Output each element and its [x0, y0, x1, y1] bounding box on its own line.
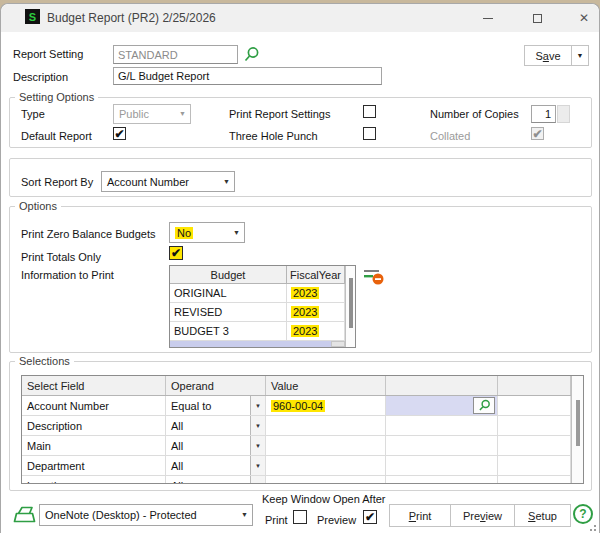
sort-report-by-dropdown[interactable]: Account Number▼: [101, 171, 235, 192]
list-remove-icon: [363, 267, 387, 287]
close-button[interactable]: ✕: [567, 4, 600, 32]
value-end-cell[interactable]: [386, 436, 498, 455]
chevron-down-icon: ▼: [577, 52, 584, 59]
grid-vertical-scrollbar[interactable]: [345, 266, 355, 347]
select-field-cell[interactable]: Description: [22, 416, 166, 435]
print-zero-balance-dropdown[interactable]: No▼: [169, 222, 245, 243]
operand-dropdown-button[interactable]: ▼: [250, 456, 265, 475]
print-zero-balance-label: Print Zero Balance Budgets: [21, 228, 156, 241]
collated-label: Collated: [430, 130, 470, 143]
operand-cell[interactable]: Equal to▼: [166, 396, 266, 415]
select-field-cell[interactable]: Main: [22, 436, 166, 455]
sort-report-by-label: Sort Report By: [21, 176, 93, 189]
select-field-cell[interactable]: Location: [22, 476, 166, 484]
three-hole-punch-checkbox[interactable]: [363, 127, 376, 140]
description-input[interactable]: G/L Budget Report: [113, 67, 382, 85]
operand-cell[interactable]: All▼: [166, 476, 266, 484]
save-dropdown-button[interactable]: ▼: [571, 45, 589, 66]
value-end-cell[interactable]: [386, 396, 498, 415]
operand-dropdown-button[interactable]: ▼: [250, 476, 265, 484]
printer-dropdown[interactable]: OneNote (Desktop) - Protected▼: [39, 504, 253, 526]
grid-cell-fiscalyear[interactable]: 2023: [287, 284, 345, 302]
value-cell[interactable]: [266, 416, 386, 435]
keep-window-open-label: Keep Window Open After: [262, 493, 386, 506]
report-setting-input[interactable]: STANDARD: [113, 45, 238, 64]
grid-cell-budget[interactable]: REVISED: [170, 303, 287, 321]
grid-hscroll-button[interactable]: [331, 341, 345, 347]
app-window: S Budget Report (PR2) 2/25/2026 ✕ Report…: [0, 3, 600, 533]
print-totals-only-label: Print Totals Only: [21, 251, 101, 264]
extra-cell: [498, 436, 571, 455]
keep-open-print-checkbox[interactable]: [293, 510, 307, 524]
selection-row: Department All▼: [22, 456, 583, 476]
operand-cell[interactable]: All▼: [166, 456, 266, 475]
value-cell[interactable]: [266, 456, 386, 475]
options-legend: Options: [15, 200, 61, 212]
keep-open-preview-checkbox[interactable]: ✔: [363, 510, 377, 524]
report-setting-lookup-button[interactable]: [243, 46, 260, 67]
keep-open-preview-label: Preview: [317, 514, 356, 527]
default-report-checkbox[interactable]: ✔: [113, 127, 126, 140]
number-of-copies-label: Number of Copies: [430, 108, 519, 121]
grid-cell-fiscalyear[interactable]: 2023: [287, 303, 345, 321]
scrollbar-thumb[interactable]: [349, 278, 353, 328]
maximize-button[interactable]: [520, 4, 554, 32]
reset-rows-button[interactable]: [363, 267, 387, 287]
selection-row: Account Number Equal to▼ 960-00-04: [22, 396, 583, 416]
value-end-cell[interactable]: [386, 456, 498, 475]
grid-header-row: Budget FiscalYear: [170, 266, 355, 284]
preview-button[interactable]: Preview: [450, 504, 515, 527]
selection-row: Description All▼: [22, 416, 583, 436]
header-value: Value: [266, 376, 386, 395]
selection-row: Main All▼: [22, 436, 583, 456]
chevron-down-icon: ▼: [241, 511, 248, 518]
information-to-print-label: Information to Print: [21, 269, 114, 282]
sort-group: [9, 158, 592, 197]
chevron-down-icon: ▼: [179, 110, 186, 117]
save-button[interactable]: Save: [524, 45, 572, 66]
selections-vertical-scrollbar[interactable]: [571, 376, 583, 483]
select-field-cell[interactable]: Department: [22, 456, 166, 475]
three-hole-punch-label: Three Hole Punch: [229, 130, 318, 143]
operand-dropdown-button[interactable]: ▼: [250, 396, 265, 415]
minimize-button[interactable]: [471, 4, 505, 32]
number-of-copies-input[interactable]: 1: [531, 105, 556, 123]
report-setting-label: Report Setting: [13, 48, 83, 61]
print-button[interactable]: Print: [389, 504, 451, 527]
close-icon: ✕: [579, 12, 589, 24]
extra-cell: [498, 456, 571, 475]
grid-row: REVISED 2023: [170, 303, 355, 322]
print-totals-only-checkbox[interactable]: ✔: [169, 246, 183, 260]
resize-grip[interactable]: [588, 523, 596, 531]
grid-cell-budget[interactable]: ORIGINAL: [170, 284, 287, 302]
operand-dropdown-button[interactable]: ▼: [250, 436, 265, 455]
value-lookup-button[interactable]: [473, 397, 495, 414]
select-field-cell[interactable]: Account Number: [22, 396, 166, 415]
header-select-field: Select Field: [22, 376, 166, 395]
value-cell[interactable]: [266, 476, 386, 484]
value-cell[interactable]: 960-00-04: [266, 396, 386, 415]
value-end-cell[interactable]: [386, 476, 498, 484]
operand-cell[interactable]: All▼: [166, 436, 266, 455]
grid-horizontal-scrollbar[interactable]: [170, 341, 331, 347]
setting-options-legend: Setting Options: [15, 91, 98, 103]
grid-cell-fiscalyear[interactable]: 2023: [287, 322, 345, 340]
extra-cell: [498, 416, 571, 435]
header-operand: Operand: [166, 376, 266, 395]
grid-cell-budget[interactable]: BUDGET 3: [170, 322, 287, 340]
header-blank: [498, 376, 571, 395]
value-cell[interactable]: [266, 436, 386, 455]
value-end-cell[interactable]: [386, 416, 498, 435]
help-button[interactable]: ?: [573, 504, 593, 524]
selections-header-row: Select Field Operand Value: [22, 376, 583, 396]
setup-button[interactable]: Setup: [514, 504, 571, 527]
operand-dropdown-button[interactable]: ▼: [250, 416, 265, 435]
scrollbar-thumb[interactable]: [576, 400, 580, 446]
selections-table: Select Field Operand Value Account Numbe…: [21, 375, 584, 484]
printer-icon: [12, 503, 37, 531]
search-icon: [243, 46, 260, 63]
print-report-settings-checkbox[interactable]: [363, 105, 376, 118]
grid-row: ORIGINAL 2023: [170, 284, 355, 303]
operand-cell[interactable]: All▼: [166, 416, 266, 435]
selection-row-partial: Location All▼: [22, 476, 583, 484]
